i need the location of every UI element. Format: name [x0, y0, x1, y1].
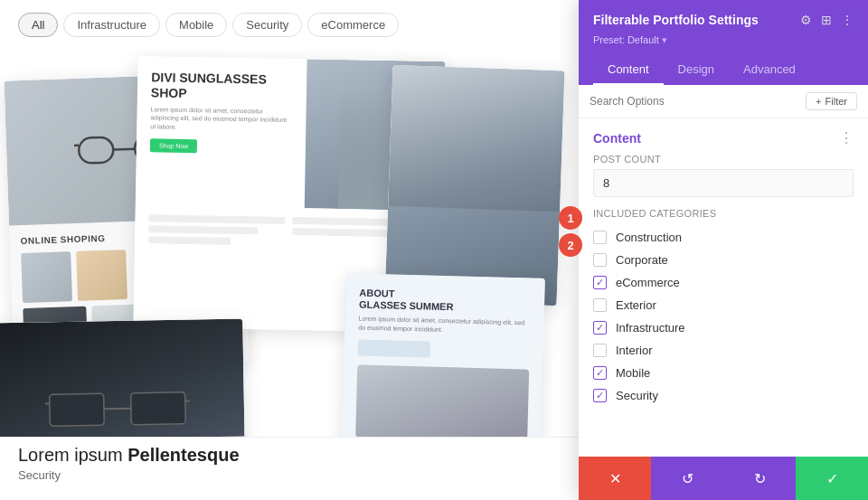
svg-rect-6	[131, 392, 186, 425]
category-checkbox[interactable]: ✓	[593, 366, 607, 380]
post-count-label: Post Count	[593, 154, 854, 165]
right-card-image	[385, 65, 565, 306]
included-categories-label: Included Categories	[593, 208, 854, 219]
tab-design[interactable]: Design	[664, 55, 729, 85]
about-title: ABOUT GLASSES SUMMER	[359, 288, 532, 316]
panel-title: Filterable Portfolio Settings	[593, 13, 759, 27]
category-list: ConstructionCorporate✓eCommerceExterior✓…	[593, 226, 854, 407]
card-center-text: DIVI SUNGLASSES SHOP Lorem ipsum dolor s…	[136, 56, 307, 208]
category-item: Corporate	[593, 249, 854, 271]
divi-shop-title: DIVI SUNGLASSES SHOP	[151, 70, 294, 102]
undo-button[interactable]: ↺	[651, 457, 723, 500]
divi-shop-cta: Shop Now	[150, 138, 198, 153]
category-checkbox[interactable]	[593, 231, 607, 244]
product-thumb-2	[76, 250, 127, 301]
tab-advanced[interactable]: Advanced	[729, 55, 810, 85]
category-item: ✓Mobile	[593, 362, 854, 384]
about-desc: Lorem ipsum dolor sit amet, consectetur …	[358, 315, 530, 337]
card-container: ONLINE SHOPING	[0, 50, 579, 495]
category-item: Exterior	[593, 294, 854, 316]
save-button[interactable]: ✓	[796, 457, 868, 500]
about-cta-placeholder	[358, 339, 430, 357]
portfolio-area: ONLINE SHOPING	[0, 50, 579, 495]
layout-icon[interactable]: ⊞	[821, 13, 832, 27]
category-checkbox[interactable]: ✓	[593, 389, 607, 402]
step-1-badge: 1	[559, 206, 582, 230]
search-options-input[interactable]	[590, 95, 800, 108]
filter-tab-mobile[interactable]: Mobile	[165, 13, 227, 37]
category-item: Construction	[593, 226, 854, 249]
panel-header-icons: ⚙ ⊞ ⋮	[800, 13, 854, 27]
svg-line-7	[104, 409, 131, 410]
main-content: All Infrastructure Mobile Security eComm…	[0, 0, 579, 500]
redo-button[interactable]: ↻	[723, 457, 796, 500]
rect-sunglasses-icon	[44, 383, 190, 436]
filter-options-button[interactable]: + Filter	[806, 92, 857, 110]
bottom-text-area: Lorem ipsum Pellentesque Security	[0, 437, 579, 500]
category-checkbox[interactable]: ✓	[593, 321, 607, 335]
card-right-person	[385, 65, 565, 306]
save-icon: ✓	[826, 470, 838, 487]
filter-tab-ecommerce[interactable]: eCommerce	[307, 13, 399, 37]
svg-line-2	[113, 148, 135, 149]
settings-panel: Filterable Portfolio Settings ⚙ ⊞ ⋮ Pres…	[579, 0, 868, 500]
panel-header-top: Filterable Portfolio Settings ⚙ ⊞ ⋮	[593, 13, 854, 27]
post-count-field: Post Count	[579, 154, 868, 208]
category-item: ✓Security	[593, 384, 854, 407]
category-name: Infrastructure	[616, 321, 685, 335]
category-name: Mobile	[616, 366, 650, 380]
category-checkbox[interactable]: ✓	[593, 276, 607, 289]
undo-icon: ↺	[682, 470, 693, 487]
content-section-header: Content ⋮	[579, 118, 868, 154]
category-checkbox[interactable]	[593, 298, 607, 312]
cancel-button[interactable]: ✕	[579, 457, 651, 500]
cancel-icon: ✕	[609, 470, 621, 487]
settings-gear-icon[interactable]: ⚙	[800, 13, 812, 27]
category-checkbox[interactable]	[593, 344, 607, 357]
checkmark-icon: ✓	[596, 367, 604, 379]
tab-content[interactable]: Content	[593, 55, 664, 85]
panel-actions: ✕ ↺ ↻ ✓	[579, 457, 868, 500]
panel-preset: Preset: Default ▾	[593, 34, 854, 46]
included-categories-section: Included Categories ConstructionCorporat…	[579, 208, 868, 407]
content-section-title: Content	[593, 131, 641, 146]
category-item: Interior	[593, 339, 854, 362]
category-item: ✓Infrastructure	[593, 316, 854, 339]
filter-tab-security[interactable]: Security	[232, 13, 302, 37]
post-count-input[interactable]	[593, 169, 854, 197]
filter-plus-icon: +	[816, 96, 821, 107]
category-name: eCommerce	[616, 276, 680, 289]
filter-tab-infrastructure[interactable]: Infrastructure	[63, 13, 160, 37]
divi-shop-desc: Lorem ipsum dolor sit amet, consectetur …	[150, 105, 292, 134]
panel-search-bar: + Filter	[579, 85, 868, 118]
panel-header: Filterable Portfolio Settings ⚙ ⊞ ⋮ Pres…	[579, 0, 868, 85]
more-options-icon[interactable]: ⋮	[841, 13, 854, 27]
category-checkbox[interactable]	[593, 253, 607, 267]
category-name: Interior	[616, 344, 652, 357]
filter-btn-label: Filter	[826, 96, 847, 107]
category-name: Corporate	[616, 253, 668, 267]
step-2-badge: 2	[559, 233, 582, 257]
filter-tab-all[interactable]: All	[18, 13, 58, 37]
category-name: Security	[616, 389, 658, 402]
product-thumb-1	[21, 251, 72, 303]
category-name: Exterior	[616, 298, 656, 312]
redo-icon: ↻	[754, 470, 766, 487]
svg-rect-5	[50, 393, 105, 426]
filter-tabs-bar: All Infrastructure Mobile Security eComm…	[0, 0, 579, 50]
checkmark-icon: ✓	[596, 277, 604, 288]
checkmark-icon: ✓	[596, 390, 604, 401]
rect-card-image	[0, 319, 245, 441]
lorem-ipsum-title: Lorem ipsum Pellentesque	[18, 445, 561, 466]
panel-tabs: Content Design Advanced	[593, 55, 854, 85]
section-more-icon[interactable]: ⋮	[839, 129, 854, 146]
checkmark-icon: ✓	[596, 322, 604, 334]
panel-content-area: Content ⋮ Post Count Included Categories…	[579, 118, 868, 457]
about-person-image	[355, 364, 529, 441]
category-name: Construction	[616, 231, 682, 244]
bottom-category-label: Security	[18, 468, 561, 482]
category-item: ✓eCommerce	[593, 271, 854, 294]
svg-rect-0	[79, 137, 114, 163]
